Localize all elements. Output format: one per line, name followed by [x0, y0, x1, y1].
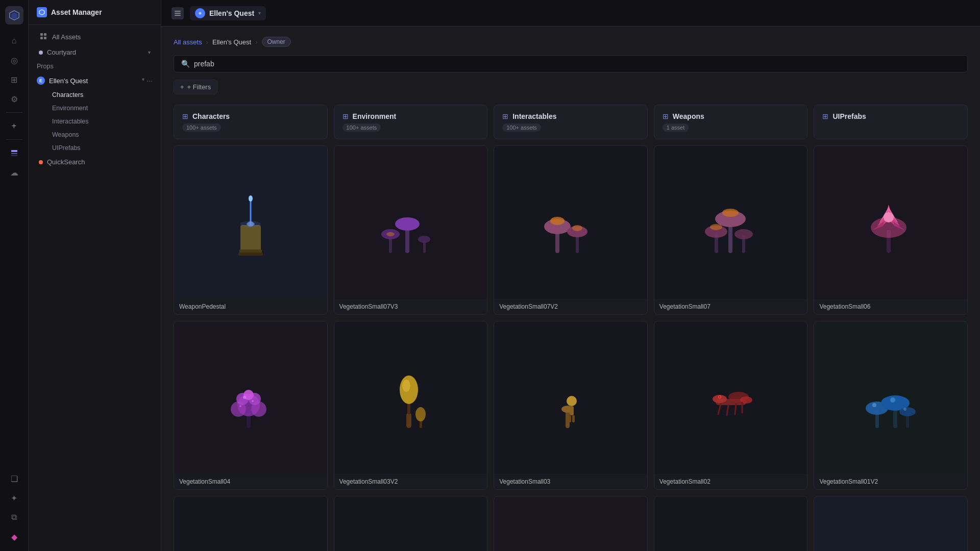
sidebar-item-courtyard[interactable]: Courtyard ▾	[31, 45, 159, 60]
asset-card-veg-small02[interactable]: VegetationSmall02	[654, 321, 808, 490]
category-header-characters: ⊞ Characters	[182, 112, 319, 120]
sidebar-item-weapons[interactable]: Weapons	[31, 128, 159, 141]
search-input[interactable]	[194, 60, 960, 68]
asset-card-veg-small07[interactable]: VegetationSmall07	[654, 145, 808, 315]
sidebar-item-ellens-quest[interactable]: E Ellen's Quest ▾ ···	[31, 73, 159, 88]
svg-point-29	[386, 232, 395, 236]
layers-icon[interactable]	[6, 145, 22, 161]
asset-card-veg-small06[interactable]: VegetationSmall06	[814, 145, 968, 315]
category-card-interactables[interactable]: ⊞ Interactables 100+ assets	[494, 105, 648, 139]
globe-icon[interactable]: ◎	[6, 52, 22, 68]
toolbar: ⌂ ◎ ⊞ ⚙ + ☁ ❏ ✦ ⧉ ◆	[0, 0, 29, 551]
grid-icon[interactable]: ⊞	[6, 71, 22, 88]
asset-card-switch[interactable]: Switch	[654, 496, 808, 551]
assets-grid: WeaponPedestal	[174, 145, 968, 551]
asset-card-veg-medium02[interactable]: VegetationMedium02	[334, 496, 488, 551]
svg-point-93	[890, 397, 895, 403]
asset-card-veg-medium03[interactable]: VegetationMedium03	[174, 496, 328, 551]
all-assets-label: All Assets	[52, 33, 81, 41]
svg-point-63	[239, 405, 241, 407]
asset-card-veg-medium01[interactable]: VegetationMedium01	[494, 496, 648, 551]
breadcrumb-owner-badge[interactable]: Owner	[262, 37, 291, 47]
category-count-weapons: 1 asset	[663, 123, 689, 132]
svg-marker-5	[39, 10, 44, 15]
sidebar-item-characters[interactable]: Characters	[31, 88, 159, 102]
project-name: Ellen's Quest	[209, 9, 254, 17]
asset-thumb-veg-small06	[814, 146, 967, 299]
sidebar-item-uiprefabs[interactable]: UIPrefabs	[31, 141, 159, 155]
stack-icon[interactable]: ⧉	[6, 509, 22, 525]
svg-point-35	[572, 225, 582, 231]
sidebar-item-all-assets[interactable]: All Assets	[31, 29, 159, 45]
asset-card-spitter-ragdoll[interactable]: SpitterRagdoll	[814, 496, 968, 551]
category-name-characters: Characters	[192, 112, 230, 120]
app-logo[interactable]	[5, 6, 23, 24]
courtyard-dot-icon	[39, 51, 43, 55]
svg-rect-7	[44, 33, 46, 36]
ellens-quest-menu-icon[interactable]: ···	[146, 77, 153, 85]
sidebar-item-quicksearch[interactable]: QuickSearch	[31, 155, 159, 169]
breadcrumb-sep-2: ›	[255, 38, 257, 46]
asset-name-weapon-pedestal: WeaponPedestal	[174, 299, 327, 314]
asset-thumb-veg-small07v2	[494, 146, 647, 299]
svg-rect-15	[240, 225, 261, 253]
asset-thumb-veg-medium03	[174, 496, 327, 551]
svg-point-67	[402, 380, 410, 392]
category-name-environment: Environment	[353, 112, 397, 120]
category-count-interactables: 100+ assets	[502, 123, 541, 132]
svg-rect-9	[44, 37, 46, 39]
svg-rect-64	[406, 413, 411, 428]
category-icon-weapons: ⊞	[663, 112, 669, 120]
svg-rect-75	[572, 415, 575, 422]
asset-name-veg-small04: VegetationSmall04	[174, 474, 327, 489]
paint-icon[interactable]: ✦	[6, 490, 22, 506]
sidebar-item-props[interactable]: Props	[31, 60, 159, 73]
breadcrumb-sep-1: ›	[206, 38, 208, 46]
asset-manager-icon	[37, 7, 47, 17]
breadcrumb-all-assets[interactable]: All assets	[174, 38, 202, 46]
asset-card-weapon-pedestal[interactable]: WeaponPedestal	[174, 145, 328, 315]
asset-name-veg-small03v2: VegetationSmall03V2	[334, 474, 487, 489]
asset-card-veg-small03v2[interactable]: VegetationSmall03V2	[334, 321, 488, 490]
props-label: Props	[37, 63, 54, 70]
gem-icon[interactable]: ◆	[6, 529, 22, 545]
category-card-environment[interactable]: ⊞ Environment 100+ assets	[334, 105, 488, 139]
svg-point-14	[199, 12, 202, 14]
svg-point-92	[872, 403, 876, 407]
asset-card-veg-small03[interactable]: VegetationSmall03	[494, 321, 648, 490]
filters-bar: + + Filters	[174, 80, 968, 94]
asset-thumb-veg-small01v2	[814, 321, 967, 474]
add-icon[interactable]: +	[6, 118, 22, 134]
characters-label: Characters	[52, 91, 83, 98]
tab-toggle-icon[interactable]	[172, 7, 184, 19]
asset-card-veg-small04[interactable]: VegetationSmall04	[174, 321, 328, 490]
sidebar-item-environment[interactable]: Environment	[31, 102, 159, 115]
category-icon-characters: ⊞	[182, 112, 188, 120]
category-header-interactables: ⊞ Interactables	[502, 112, 639, 120]
cloud-icon[interactable]: ☁	[6, 164, 22, 181]
category-card-uiprefabs[interactable]: ⊞ UIPrefabs	[814, 105, 968, 139]
breadcrumb-ellens-quest[interactable]: Ellen's Quest	[212, 38, 251, 46]
asset-name-veg-small07v2: VegetationSmall07V2	[494, 299, 647, 314]
category-card-characters[interactable]: ⊞ Characters 100+ assets	[174, 105, 328, 139]
search-bar: 🔍	[174, 55, 968, 72]
asset-thumb-switch	[654, 496, 807, 551]
asset-card-veg-small07v2[interactable]: VegetationSmall07V2	[494, 145, 648, 315]
uiprefabs-label: UIPrefabs	[52, 144, 81, 152]
category-icon-uiprefabs: ⊞	[822, 112, 828, 120]
interactables-label: Interactables	[52, 118, 89, 125]
asset-card-veg-small01v2[interactable]: VegetationSmall01V2	[814, 321, 968, 490]
home-icon[interactable]: ⌂	[6, 33, 22, 49]
sidebar-nav: All Assets Courtyard ▾ Props E Ellen's Q…	[29, 25, 161, 173]
categories-row: ⊞ Characters 100+ assets ⊞ Environment 1…	[174, 105, 968, 139]
filters-button[interactable]: + + Filters	[174, 80, 217, 94]
asset-card-veg-small07v3[interactable]: VegetationSmall07V3	[334, 145, 488, 315]
box-icon[interactable]: ❏	[6, 470, 22, 487]
asset-thumb-veg-small07v3	[334, 146, 487, 299]
project-selector[interactable]: Ellen's Quest ▾	[190, 6, 266, 20]
filters-label: + Filters	[187, 83, 211, 91]
settings-icon[interactable]: ⚙	[6, 91, 22, 107]
sidebar-item-interactables[interactable]: Interactables	[31, 115, 159, 128]
asset-name-veg-small06: VegetationSmall06	[814, 299, 967, 314]
category-card-weapons[interactable]: ⊞ Weapons 1 asset	[654, 105, 808, 139]
